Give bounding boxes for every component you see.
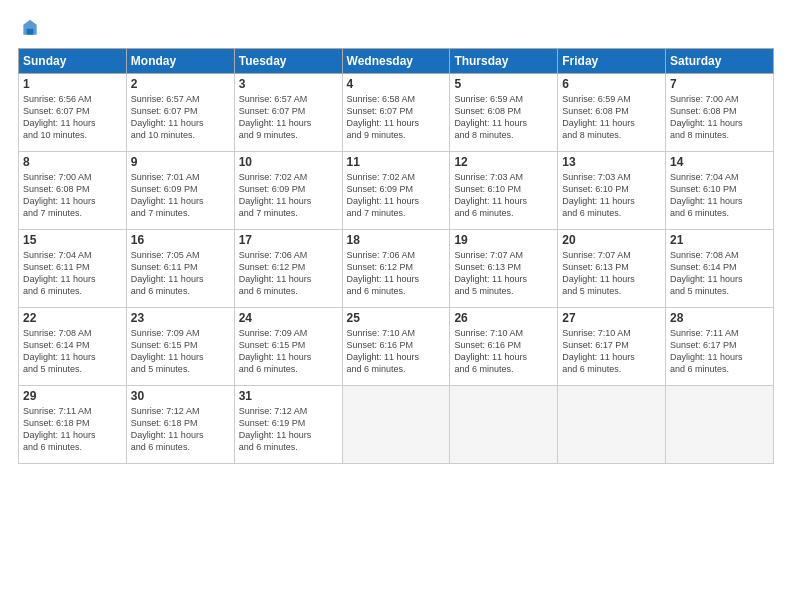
day-number: 22 [23,311,122,325]
calendar-cell: 25Sunrise: 7:10 AMSunset: 6:16 PMDayligh… [342,308,450,386]
calendar-cell: 24Sunrise: 7:09 AMSunset: 6:15 PMDayligh… [234,308,342,386]
calendar-cell: 14Sunrise: 7:04 AMSunset: 6:10 PMDayligh… [666,152,774,230]
calendar-cell: 2Sunrise: 6:57 AMSunset: 6:07 PMDaylight… [126,74,234,152]
day-info: Sunrise: 7:10 AMSunset: 6:17 PMDaylight:… [562,327,661,376]
calendar-week-row: 1Sunrise: 6:56 AMSunset: 6:07 PMDaylight… [19,74,774,152]
day-number: 21 [670,233,769,247]
calendar-week-row: 29Sunrise: 7:11 AMSunset: 6:18 PMDayligh… [19,386,774,464]
calendar-cell: 9Sunrise: 7:01 AMSunset: 6:09 PMDaylight… [126,152,234,230]
calendar-day-header: Sunday [19,49,127,74]
day-info: Sunrise: 7:04 AMSunset: 6:10 PMDaylight:… [670,171,769,220]
day-number: 6 [562,77,661,91]
day-info: Sunrise: 7:08 AMSunset: 6:14 PMDaylight:… [670,249,769,298]
day-number: 12 [454,155,553,169]
day-number: 25 [347,311,446,325]
calendar-cell: 23Sunrise: 7:09 AMSunset: 6:15 PMDayligh… [126,308,234,386]
calendar-cell: 18Sunrise: 7:06 AMSunset: 6:12 PMDayligh… [342,230,450,308]
calendar-cell: 29Sunrise: 7:11 AMSunset: 6:18 PMDayligh… [19,386,127,464]
calendar-cell: 28Sunrise: 7:11 AMSunset: 6:17 PMDayligh… [666,308,774,386]
day-info: Sunrise: 6:58 AMSunset: 6:07 PMDaylight:… [347,93,446,142]
day-info: Sunrise: 7:05 AMSunset: 6:11 PMDaylight:… [131,249,230,298]
calendar-cell: 5Sunrise: 6:59 AMSunset: 6:08 PMDaylight… [450,74,558,152]
calendar-cell: 11Sunrise: 7:02 AMSunset: 6:09 PMDayligh… [342,152,450,230]
calendar-cell: 17Sunrise: 7:06 AMSunset: 6:12 PMDayligh… [234,230,342,308]
calendar-cell: 22Sunrise: 7:08 AMSunset: 6:14 PMDayligh… [19,308,127,386]
calendar-cell: 26Sunrise: 7:10 AMSunset: 6:16 PMDayligh… [450,308,558,386]
logo-icon [20,18,40,38]
calendar-cell [666,386,774,464]
calendar-cell [342,386,450,464]
day-number: 14 [670,155,769,169]
calendar-cell: 4Sunrise: 6:58 AMSunset: 6:07 PMDaylight… [342,74,450,152]
header [18,18,774,38]
day-info: Sunrise: 7:08 AMSunset: 6:14 PMDaylight:… [23,327,122,376]
day-number: 27 [562,311,661,325]
day-number: 30 [131,389,230,403]
calendar-cell: 31Sunrise: 7:12 AMSunset: 6:19 PMDayligh… [234,386,342,464]
day-info: Sunrise: 7:04 AMSunset: 6:11 PMDaylight:… [23,249,122,298]
calendar-cell: 20Sunrise: 7:07 AMSunset: 6:13 PMDayligh… [558,230,666,308]
calendar-week-row: 8Sunrise: 7:00 AMSunset: 6:08 PMDaylight… [19,152,774,230]
day-number: 19 [454,233,553,247]
day-number: 31 [239,389,338,403]
day-info: Sunrise: 7:11 AMSunset: 6:17 PMDaylight:… [670,327,769,376]
day-number: 20 [562,233,661,247]
day-number: 26 [454,311,553,325]
day-info: Sunrise: 7:12 AMSunset: 6:18 PMDaylight:… [131,405,230,454]
calendar-cell: 8Sunrise: 7:00 AMSunset: 6:08 PMDaylight… [19,152,127,230]
day-number: 2 [131,77,230,91]
calendar-week-row: 15Sunrise: 7:04 AMSunset: 6:11 PMDayligh… [19,230,774,308]
calendar-cell: 1Sunrise: 6:56 AMSunset: 6:07 PMDaylight… [19,74,127,152]
day-info: Sunrise: 6:57 AMSunset: 6:07 PMDaylight:… [239,93,338,142]
calendar-cell: 16Sunrise: 7:05 AMSunset: 6:11 PMDayligh… [126,230,234,308]
calendar-day-header: Thursday [450,49,558,74]
day-number: 5 [454,77,553,91]
calendar-day-header: Tuesday [234,49,342,74]
day-number: 29 [23,389,122,403]
day-number: 16 [131,233,230,247]
day-number: 8 [23,155,122,169]
calendar-cell: 15Sunrise: 7:04 AMSunset: 6:11 PMDayligh… [19,230,127,308]
calendar-cell: 10Sunrise: 7:02 AMSunset: 6:09 PMDayligh… [234,152,342,230]
calendar-week-row: 22Sunrise: 7:08 AMSunset: 6:14 PMDayligh… [19,308,774,386]
calendar-cell: 21Sunrise: 7:08 AMSunset: 6:14 PMDayligh… [666,230,774,308]
day-info: Sunrise: 7:07 AMSunset: 6:13 PMDaylight:… [562,249,661,298]
calendar-cell: 7Sunrise: 7:00 AMSunset: 6:08 PMDaylight… [666,74,774,152]
calendar-cell: 27Sunrise: 7:10 AMSunset: 6:17 PMDayligh… [558,308,666,386]
day-info: Sunrise: 7:00 AMSunset: 6:08 PMDaylight:… [23,171,122,220]
day-number: 4 [347,77,446,91]
calendar-cell: 30Sunrise: 7:12 AMSunset: 6:18 PMDayligh… [126,386,234,464]
day-info: Sunrise: 6:57 AMSunset: 6:07 PMDaylight:… [131,93,230,142]
day-info: Sunrise: 7:03 AMSunset: 6:10 PMDaylight:… [562,171,661,220]
calendar-cell [450,386,558,464]
day-info: Sunrise: 7:10 AMSunset: 6:16 PMDaylight:… [454,327,553,376]
calendar-header-row: SundayMondayTuesdayWednesdayThursdayFrid… [19,49,774,74]
calendar-cell: 12Sunrise: 7:03 AMSunset: 6:10 PMDayligh… [450,152,558,230]
day-number: 1 [23,77,122,91]
day-number: 10 [239,155,338,169]
calendar-cell [558,386,666,464]
day-info: Sunrise: 6:59 AMSunset: 6:08 PMDaylight:… [562,93,661,142]
calendar-day-header: Monday [126,49,234,74]
calendar-table: SundayMondayTuesdayWednesdayThursdayFrid… [18,48,774,464]
day-info: Sunrise: 7:10 AMSunset: 6:16 PMDaylight:… [347,327,446,376]
day-number: 17 [239,233,338,247]
calendar-day-header: Friday [558,49,666,74]
day-info: Sunrise: 7:11 AMSunset: 6:18 PMDaylight:… [23,405,122,454]
day-number: 7 [670,77,769,91]
calendar-cell: 6Sunrise: 6:59 AMSunset: 6:08 PMDaylight… [558,74,666,152]
day-info: Sunrise: 7:02 AMSunset: 6:09 PMDaylight:… [347,171,446,220]
day-number: 11 [347,155,446,169]
day-number: 3 [239,77,338,91]
calendar-day-header: Wednesday [342,49,450,74]
calendar-cell: 3Sunrise: 6:57 AMSunset: 6:07 PMDaylight… [234,74,342,152]
day-info: Sunrise: 7:06 AMSunset: 6:12 PMDaylight:… [347,249,446,298]
day-number: 24 [239,311,338,325]
day-info: Sunrise: 7:12 AMSunset: 6:19 PMDaylight:… [239,405,338,454]
day-info: Sunrise: 7:09 AMSunset: 6:15 PMDaylight:… [131,327,230,376]
day-info: Sunrise: 6:56 AMSunset: 6:07 PMDaylight:… [23,93,122,142]
day-info: Sunrise: 7:03 AMSunset: 6:10 PMDaylight:… [454,171,553,220]
day-number: 23 [131,311,230,325]
day-number: 13 [562,155,661,169]
day-info: Sunrise: 7:02 AMSunset: 6:09 PMDaylight:… [239,171,338,220]
